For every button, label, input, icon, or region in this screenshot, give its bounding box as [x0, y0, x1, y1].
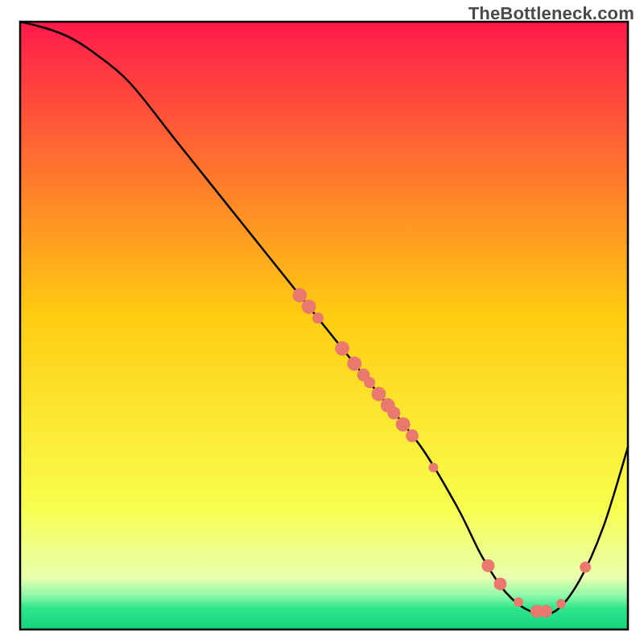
highlighted-point	[312, 312, 324, 324]
bottleneck-chart	[0, 0, 644, 644]
highlighted-point	[556, 599, 566, 609]
highlighted-point	[428, 463, 438, 473]
highlighted-point	[580, 562, 591, 573]
highlighted-point	[347, 357, 361, 371]
highlighted-point	[396, 417, 411, 431]
highlighted-point	[539, 605, 552, 617]
highlighted-point	[335, 341, 349, 356]
highlighted-point	[371, 386, 386, 401]
highlighted-point	[302, 299, 316, 314]
highlighted-point	[292, 288, 307, 303]
highlighted-point	[481, 559, 494, 572]
highlighted-point	[387, 407, 400, 419]
highlighted-point	[406, 429, 419, 442]
highlighted-point	[514, 597, 523, 607]
highlighted-point	[364, 377, 375, 388]
highlighted-point	[493, 577, 506, 590]
